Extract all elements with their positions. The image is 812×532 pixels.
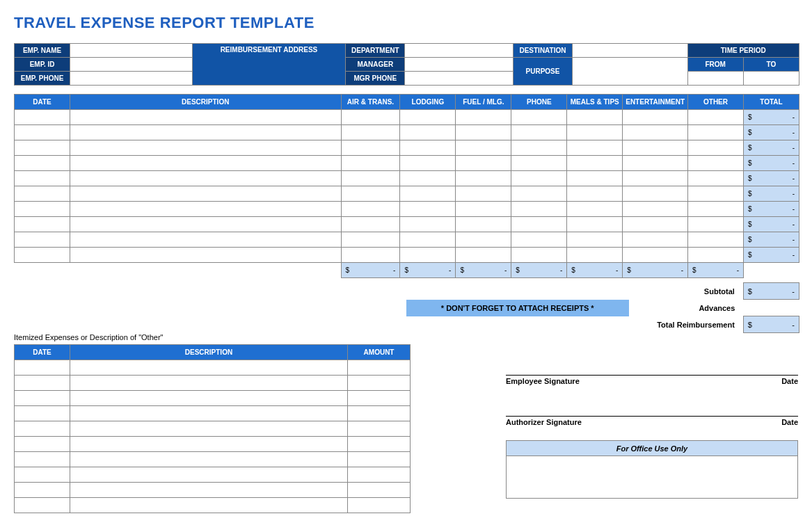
expense-cell[interactable] (70, 156, 341, 171)
expense-cell[interactable] (511, 202, 567, 217)
input-destination[interactable] (573, 44, 687, 58)
input-emp-name[interactable] (70, 44, 192, 58)
expense-cell[interactable] (15, 248, 70, 263)
expense-cell[interactable] (456, 248, 511, 263)
expense-cell[interactable] (567, 248, 623, 263)
expense-cell[interactable] (341, 110, 400, 125)
expense-cell[interactable] (623, 156, 688, 171)
expense-cell[interactable] (623, 140, 688, 156)
itemized-cell[interactable] (15, 498, 70, 513)
expense-cell[interactable] (15, 156, 70, 171)
expense-cell[interactable] (688, 186, 744, 202)
expense-cell[interactable] (341, 248, 400, 263)
expense-cell[interactable] (623, 110, 688, 125)
expense-cell[interactable] (688, 217, 744, 232)
itemized-cell[interactable] (348, 421, 411, 437)
input-department[interactable] (405, 44, 513, 58)
expense-cell[interactable] (456, 186, 511, 202)
itemized-cell[interactable] (348, 483, 411, 498)
expense-cell[interactable] (511, 186, 567, 202)
input-emp-id[interactable] (70, 58, 192, 72)
itemized-cell[interactable] (70, 498, 347, 513)
expense-cell[interactable] (567, 156, 623, 171)
expense-cell[interactable] (400, 248, 456, 263)
itemized-cell[interactable] (15, 467, 70, 483)
expense-cell[interactable] (341, 156, 400, 171)
expense-cell[interactable] (341, 186, 400, 202)
itemized-cell[interactable] (348, 376, 411, 391)
input-from[interactable] (687, 72, 743, 86)
itemized-cell[interactable] (348, 406, 411, 421)
input-emp-phone[interactable] (70, 72, 192, 86)
input-manager[interactable] (405, 58, 513, 72)
expense-cell[interactable] (567, 202, 623, 217)
expense-cell[interactable] (70, 140, 341, 156)
expense-cell[interactable] (567, 110, 623, 125)
expense-cell[interactable] (341, 125, 400, 140)
expense-cell[interactable] (623, 171, 688, 186)
expense-cell[interactable] (15, 140, 70, 156)
expense-cell[interactable] (15, 125, 70, 140)
itemized-cell[interactable] (15, 452, 70, 467)
expense-cell[interactable] (511, 125, 567, 140)
expense-cell[interactable] (688, 140, 744, 156)
itemized-cell[interactable] (70, 483, 347, 498)
expense-cell[interactable] (456, 140, 511, 156)
expense-cell[interactable] (567, 186, 623, 202)
expense-cell[interactable] (567, 140, 623, 156)
expense-cell[interactable] (400, 110, 456, 125)
itemized-cell[interactable] (70, 421, 347, 437)
itemized-cell[interactable] (15, 376, 70, 391)
expense-cell[interactable] (400, 125, 456, 140)
expense-cell[interactable] (341, 140, 400, 156)
itemized-cell[interactable] (70, 376, 347, 391)
itemized-cell[interactable] (15, 483, 70, 498)
expense-cell[interactable] (70, 217, 341, 232)
expense-cell[interactable] (511, 232, 567, 248)
itemized-cell[interactable] (15, 406, 70, 421)
expense-cell[interactable] (623, 125, 688, 140)
expense-cell[interactable] (623, 186, 688, 202)
expense-cell[interactable] (15, 232, 70, 248)
itemized-cell[interactable] (348, 391, 411, 406)
expense-cell[interactable] (688, 248, 744, 263)
expense-cell[interactable] (623, 248, 688, 263)
expense-cell[interactable] (70, 125, 341, 140)
expense-cell[interactable] (567, 125, 623, 140)
itemized-cell[interactable] (70, 467, 347, 483)
itemized-cell[interactable] (70, 360, 347, 376)
expense-cell[interactable] (15, 110, 70, 125)
itemized-cell[interactable] (15, 391, 70, 406)
authorizer-signature-line[interactable]: Authorizer Signature Date (506, 416, 798, 426)
expense-cell[interactable] (15, 186, 70, 202)
expense-cell[interactable] (70, 171, 341, 186)
expense-cell[interactable] (15, 217, 70, 232)
expense-cell[interactable] (511, 171, 567, 186)
expense-cell[interactable] (688, 232, 744, 248)
expense-cell[interactable] (400, 202, 456, 217)
itemized-cell[interactable] (348, 437, 411, 452)
itemized-cell[interactable] (348, 452, 411, 467)
expense-cell[interactable] (688, 125, 744, 140)
expense-cell[interactable] (400, 140, 456, 156)
expense-cell[interactable] (400, 232, 456, 248)
expense-cell[interactable] (341, 217, 400, 232)
expense-cell[interactable] (623, 232, 688, 248)
input-mgr-phone[interactable] (405, 72, 513, 86)
expense-cell[interactable] (400, 186, 456, 202)
expense-cell[interactable] (456, 232, 511, 248)
expense-cell[interactable] (623, 202, 688, 217)
expense-cell[interactable] (511, 110, 567, 125)
expense-cell[interactable] (456, 110, 511, 125)
itemized-cell[interactable] (15, 437, 70, 452)
itemized-cell[interactable] (70, 452, 347, 467)
itemized-cell[interactable] (15, 421, 70, 437)
expense-cell[interactable] (567, 217, 623, 232)
expense-cell[interactable] (456, 125, 511, 140)
expense-cell[interactable] (400, 156, 456, 171)
itemized-cell[interactable] (70, 406, 347, 421)
itemized-cell[interactable] (348, 498, 411, 513)
expense-cell[interactable] (567, 171, 623, 186)
expense-cell[interactable] (511, 140, 567, 156)
input-purpose[interactable] (573, 58, 687, 86)
